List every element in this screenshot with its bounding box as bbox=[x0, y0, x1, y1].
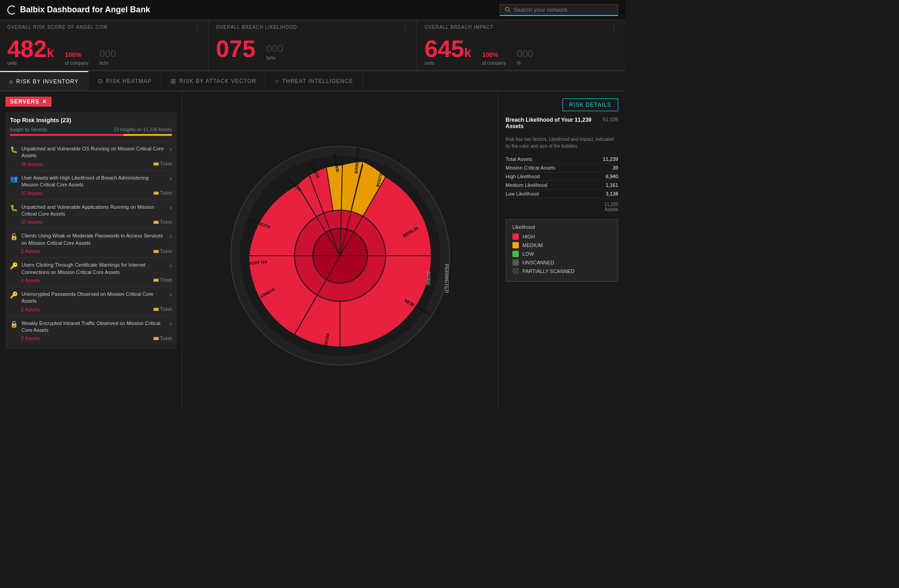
asset-count-5: 2 Assets bbox=[21, 307, 40, 312]
asset-count-4: 2 Assets bbox=[21, 278, 40, 283]
filter-servers[interactable]: SERVERS ✕ bbox=[5, 97, 52, 107]
bug-icon-2: 🐛 bbox=[10, 204, 18, 211]
tab-risk-attack-vector[interactable]: ⊞ RISK BY ATTACK VECTOR bbox=[161, 71, 266, 91]
tab-risk-by-inventory[interactable]: ○ RISK BY INVENTORY bbox=[0, 71, 88, 91]
legend-high: HIGH bbox=[512, 233, 611, 240]
chevron-down-icon-4[interactable]: › bbox=[170, 262, 172, 269]
severity-fill bbox=[10, 134, 172, 136]
svg-line-1 bbox=[509, 10, 510, 12]
metric-menu-1[interactable]: ⋮ bbox=[402, 25, 409, 33]
insights-meta-left: Insight by Severity bbox=[10, 127, 47, 132]
list-item: 🔑 Users Clicking Through Certificate War… bbox=[10, 258, 172, 287]
tab-threat-intelligence[interactable]: ○ THREAT INTELLIGENCE bbox=[266, 71, 362, 91]
stat-high-likelihood: High Likelihood 6,940 bbox=[506, 172, 618, 181]
legend-high-dot bbox=[512, 233, 519, 240]
risk-details-title: Breach Likelihood of Your 11,239 Assets bbox=[506, 117, 599, 129]
metric-big-2: 645k bbox=[424, 37, 471, 61]
stat-mission-critical: Mission Critical Assets 39 bbox=[506, 164, 618, 172]
left-panel: SERVERS ✕ Top Risk Insights (23) Insight… bbox=[0, 91, 182, 410]
risk-details-button[interactable]: RISK DETAILS bbox=[563, 98, 618, 111]
tab-risk-heatmap[interactable]: ⊙ RISK HEATMAP bbox=[88, 71, 161, 91]
key-icon-2: 🔑 bbox=[10, 291, 18, 299]
legend-partial-dot bbox=[512, 268, 519, 274]
search-icon bbox=[505, 6, 511, 13]
metric-big-0: 482k bbox=[7, 37, 54, 61]
right-panel: RISK DETAILS Breach Likelihood of Your 1… bbox=[498, 91, 625, 410]
list-item: 🐛 Unpatched and Vulnerable Applications … bbox=[10, 200, 172, 229]
stat-low-likelihood: Low Likelihood 3,138 bbox=[506, 190, 618, 198]
ticket-btn-3[interactable]: 🎫 Ticket bbox=[153, 248, 172, 254]
chevron-down-icon-3[interactable]: › bbox=[170, 232, 172, 240]
tab-icon-2: ⊞ bbox=[170, 77, 176, 85]
search-bar[interactable] bbox=[500, 4, 618, 16]
tab-icon-1: ⊙ bbox=[98, 77, 103, 85]
risk-stats: Total Assets 11,239 Mission Critical Ass… bbox=[506, 155, 618, 198]
metric-menu-0[interactable]: ⋮ bbox=[193, 25, 201, 33]
metric-card-breach-impact: OVERALL BREACH IMPACT ⋮ 645k units 100% … bbox=[417, 20, 625, 70]
filter-close-icon[interactable]: ✕ bbox=[42, 98, 47, 105]
metric-big-1: 075 bbox=[216, 37, 256, 61]
chevron-down-icon-5[interactable]: › bbox=[170, 291, 172, 298]
app-title: Balbix Dashboard for Angel Bank bbox=[7, 5, 150, 15]
metric-hr-0: 000 bbox=[99, 48, 116, 60]
stat-medium-likelihood: Medium Likelihood 1,161 bbox=[506, 181, 618, 190]
metric-card-breach-likelihood: OVERALL BREACH LIKELIHOOD ⋮ 075 000 hr/h… bbox=[209, 20, 418, 70]
chevron-down-icon-2[interactable]: › bbox=[170, 204, 172, 211]
asset-count-6: 2 Assets bbox=[21, 335, 40, 341]
list-item: 🔓 Clients Using Weak or Moderate Passwor… bbox=[10, 228, 172, 258]
legend-partial: PARTIALLY SCANNED bbox=[512, 268, 611, 274]
asset-count-0: 38 Assets bbox=[21, 161, 43, 167]
stat-total-assets: Total Assets 11,239 bbox=[506, 155, 618, 164]
tabs-row: ○ RISK BY INVENTORY ⊙ RISK HEATMAP ⊞ RIS… bbox=[0, 71, 625, 91]
metric-pct-label-0: of company bbox=[65, 61, 88, 66]
metric-pct-0: 100% bbox=[65, 48, 88, 60]
ticket-btn-0[interactable]: 🎫 Ticket bbox=[153, 161, 172, 167]
users-icon: 👥 bbox=[10, 175, 18, 182]
ticket-btn-2[interactable]: 🎫 Ticket bbox=[153, 219, 172, 225]
chevron-down-icon-1[interactable]: › bbox=[170, 175, 172, 182]
metric-menu-2[interactable]: ⋮ bbox=[610, 25, 618, 33]
risk-chart[interactable]: BERLIN BOSTON BANGALORE WARSAW ZURICH DE… bbox=[222, 137, 459, 374]
chevron-down-icon-6[interactable]: › bbox=[170, 320, 172, 327]
chevron-down-icon-0[interactable]: › bbox=[170, 145, 172, 153]
header: Balbix Dashboard for Angel Bank bbox=[0, 0, 625, 20]
list-item: 🐛 Unpatched and Vulnerable OS Running on… bbox=[10, 141, 172, 170]
svg-point-0 bbox=[505, 7, 509, 11]
metric-label-1: OVERALL BREACH LIKELIHOOD bbox=[216, 25, 297, 33]
ticket-btn-6[interactable]: 🎫 Ticket bbox=[153, 335, 172, 341]
asset-count-2: 37 Assets bbox=[21, 219, 43, 225]
legend: Likelihood HIGH MEDIUM LOW UNSCANNED PAR… bbox=[506, 219, 618, 282]
list-item: 🔒 Weakly Encrypted Intranet Traffic Obse… bbox=[10, 316, 172, 345]
asset-count-1: 37 Assets bbox=[21, 191, 43, 196]
svg-text:PERIMETER: PERIMETER bbox=[444, 264, 450, 293]
metric-label-2: OVERALL BREACH IMPACT bbox=[424, 25, 493, 33]
metrics-row: OVERALL RISK SCORE OF ANGEL.COM ⋮ 482k u… bbox=[0, 20, 625, 71]
legend-unscanned-dot bbox=[512, 259, 519, 266]
ticket-btn-5[interactable]: 🎫 Ticket bbox=[153, 307, 172, 312]
legend-title: Likelihood bbox=[512, 224, 611, 230]
insights-title: Top Risk Insights (23) bbox=[10, 117, 172, 124]
legend-low-dot bbox=[512, 251, 519, 257]
list-item: 👥 User Assets with High Likelihood of Br… bbox=[10, 170, 172, 200]
bug-icon: 🐛 bbox=[10, 146, 18, 153]
search-input[interactable] bbox=[513, 6, 613, 13]
risk-details-description: Risk has two factors, Likelihood and imp… bbox=[506, 136, 618, 150]
legend-medium: MEDIUM bbox=[512, 242, 611, 248]
metric-pct-label-2: of company bbox=[482, 61, 506, 66]
severity-bar bbox=[10, 134, 172, 136]
legend-low: LOW bbox=[512, 251, 611, 257]
metric-pct-2: 100% bbox=[482, 48, 506, 60]
encrypted-icon: 🔒 bbox=[10, 320, 18, 328]
metric-label-0: OVERALL RISK SCORE OF ANGEL.COM bbox=[7, 25, 108, 33]
legend-unscanned: UNSCANNED bbox=[512, 259, 611, 266]
lock-icon: 🔓 bbox=[10, 233, 18, 240]
legend-medium-dot bbox=[512, 242, 519, 248]
tab-icon-0: ○ bbox=[9, 78, 13, 85]
ticket-btn-1[interactable]: 🎫 Ticket bbox=[153, 191, 172, 196]
logo-icon bbox=[7, 5, 16, 15]
insights-meta-right: 23 Insights on 11,239 Assets bbox=[114, 127, 172, 132]
metric-hr-1: 000 bbox=[266, 43, 283, 55]
key-icon: 🔑 bbox=[10, 262, 18, 269]
main-content: SERVERS ✕ Top Risk Insights (23) Insight… bbox=[0, 91, 625, 410]
ticket-btn-4[interactable]: 🎫 Ticket bbox=[153, 278, 172, 283]
